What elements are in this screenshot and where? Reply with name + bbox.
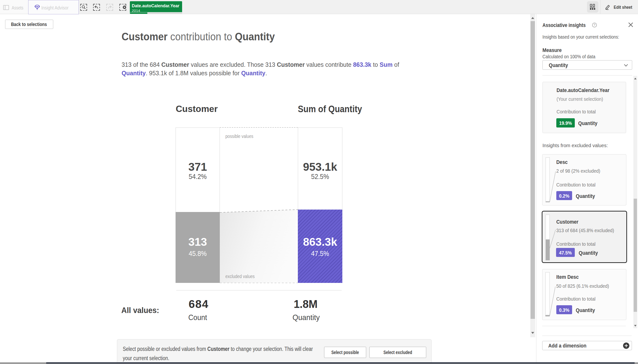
svg-text:?: ?: [594, 23, 595, 27]
